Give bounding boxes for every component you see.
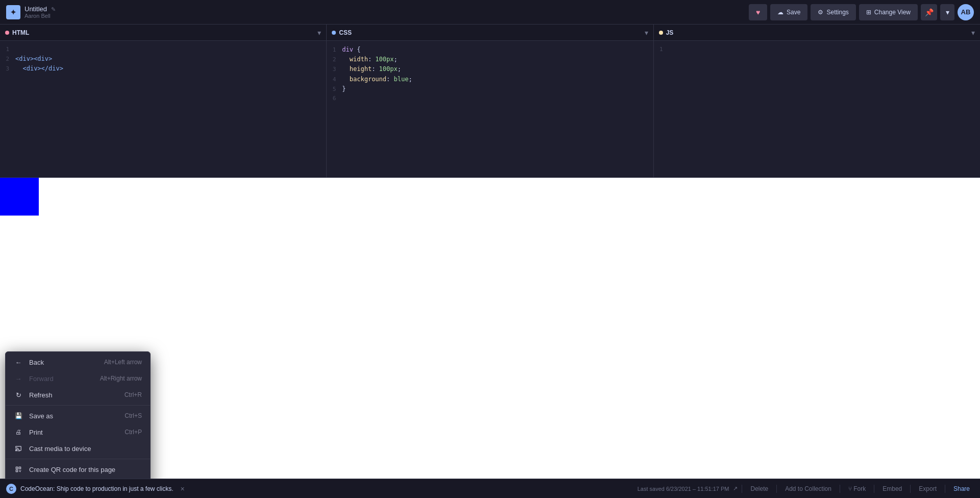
html-code-area[interactable]: 1 2 <div><div> 3 <div></div>: [0, 41, 326, 177]
separator-v: [776, 485, 777, 493]
project-title-text: Untitled: [24, 5, 47, 13]
embed-button[interactable]: Embed: [878, 483, 906, 494]
separator-v: [945, 485, 945, 493]
refresh-icon: ↻: [14, 390, 23, 399]
chevron-button[interactable]: ▾: [940, 4, 954, 20]
save-label: Save: [787, 9, 800, 16]
code-line: 2 width: 100px;: [327, 55, 651, 64]
editor-area: HTML ▾ 1 2 <div><div> 3 <div></div>: [0, 25, 980, 178]
css-pane-title: CSS: [332, 29, 352, 36]
svg-rect-0: [15, 449, 17, 451]
bottom-bar: C CodeOcean: Ship code to production in …: [0, 479, 980, 498]
separator-2: [6, 459, 150, 459]
fork-icon: ⑂: [848, 485, 852, 492]
html-pane-title: HTML: [5, 29, 29, 36]
js-pane: JS ▾ 1: [654, 25, 980, 177]
notif-close-button[interactable]: ×: [178, 484, 188, 494]
change-view-button[interactable]: ⊞ Change View: [859, 4, 918, 20]
user-name: Aaron Bell: [24, 13, 56, 19]
code-line: 1: [0, 45, 324, 54]
menu-label-cast: Cast media to device: [29, 445, 142, 453]
code-line: 1 div {: [327, 45, 651, 55]
menu-item-cast[interactable]: Cast media to device: [6, 440, 150, 457]
pin-button[interactable]: 📌: [921, 4, 937, 20]
separator-v: [874, 485, 874, 493]
code-line: 5 }: [327, 84, 651, 94]
topbar-right: ♥ ☁ Save ⚙ Settings ⊞ Change View 📌 ▾ AB: [749, 4, 974, 20]
external-link-icon: ↗: [733, 485, 738, 492]
js-label: JS: [666, 29, 674, 36]
project-title: Untitled ✎: [24, 5, 56, 13]
share-button[interactable]: Share: [949, 483, 974, 494]
css-code-area[interactable]: 1 div { 2 width: 100px; 3 height: 100px;…: [327, 41, 653, 177]
shortcut-print: Ctrl+P: [125, 429, 142, 436]
code-line: 2 <div><div>: [0, 54, 324, 64]
css-collapse-button[interactable]: ▾: [645, 29, 648, 37]
topbar-left: ✦ Untitled ✎ Aaron Bell: [6, 5, 56, 19]
gear-icon: ⚙: [818, 9, 823, 16]
css-dot: [332, 31, 336, 35]
change-view-label: Change View: [874, 9, 911, 16]
html-dot: [5, 31, 9, 35]
js-collapse-button[interactable]: ▾: [971, 29, 975, 37]
preview-area: ← Back Alt+Left arrow → Forward Alt+Righ…: [0, 178, 980, 479]
separator-v: [910, 485, 911, 493]
css-pane-header: CSS ▾: [327, 25, 653, 41]
shortcut-refresh: Ctrl+R: [125, 391, 142, 398]
code-line: 3 <div></div>: [0, 64, 324, 74]
print-icon: 🖨: [14, 428, 23, 437]
code-line: 6: [327, 94, 651, 103]
shortcut-forward: Alt+Right arrow: [100, 375, 142, 382]
menu-item-back[interactable]: ← Back Alt+Left arrow: [6, 354, 150, 370]
fork-button[interactable]: ⑂ Fork: [844, 483, 870, 494]
edit-icon[interactable]: ✎: [51, 6, 56, 12]
save-button[interactable]: ☁ Save: [770, 4, 807, 20]
menu-label-qrcode: Create QR code for this page: [29, 466, 142, 473]
menu-label-print: Print: [29, 429, 114, 436]
html-pane-header: HTML ▾: [0, 25, 326, 41]
cast-icon: [14, 444, 23, 453]
qrcode-icon: [14, 465, 23, 474]
css-label: CSS: [339, 29, 352, 36]
menu-item-forward[interactable]: → Forward Alt+Right arrow: [6, 370, 150, 387]
saved-timestamp: Last saved 6/23/2021 – 11:51:17 PM: [638, 486, 729, 492]
menu-item-saveas[interactable]: 💾 Save as Ctrl+S: [6, 408, 150, 424]
code-line: 4 background: blue;: [327, 75, 651, 84]
topbar: ✦ Untitled ✎ Aaron Bell ♥ ☁ Save ⚙ Setti…: [0, 0, 980, 25]
code-line: 1: [654, 45, 978, 54]
menu-label-back: Back: [29, 359, 94, 366]
bottom-notification: C CodeOcean: Ship code to production in …: [6, 484, 638, 494]
js-pane-header: JS ▾: [654, 25, 980, 41]
bottom-right: Last saved 6/23/2021 – 11:51:17 PM ↗ Del…: [638, 483, 974, 494]
menu-label-saveas: Save as: [29, 412, 114, 420]
shortcut-back: Alt+Left arrow: [104, 359, 142, 366]
delete-button[interactable]: Delete: [746, 483, 772, 494]
add-to-collection-button[interactable]: Add to Collection: [781, 483, 836, 494]
settings-label: Settings: [826, 9, 848, 16]
css-pane: CSS ▾ 1 div { 2 width: 100px; 3 height: …: [327, 25, 653, 177]
app-icon: ✦: [6, 5, 20, 19]
html-pane: HTML ▾ 1 2 <div><div> 3 <div></div>: [0, 25, 327, 177]
separator-1: [6, 405, 150, 406]
heart-button[interactable]: ♥: [749, 4, 767, 20]
settings-button[interactable]: ⚙ Settings: [811, 4, 855, 20]
menu-item-print[interactable]: 🖨 Print Ctrl+P: [6, 424, 150, 440]
context-menu: ← Back Alt+Left arrow → Forward Alt+Righ…: [5, 351, 151, 479]
html-label: HTML: [12, 29, 29, 36]
saveas-icon: 💾: [14, 411, 23, 420]
menu-item-qrcode[interactable]: Create QR code for this page: [6, 461, 150, 478]
back-icon: ←: [14, 358, 23, 367]
export-button[interactable]: Export: [915, 483, 941, 494]
change-view-icon: ⊞: [866, 9, 871, 16]
notif-text: CodeOcean: Ship code to production in ju…: [20, 485, 174, 492]
menu-item-refresh[interactable]: ↻ Refresh Ctrl+R: [6, 387, 150, 403]
avatar-button[interactable]: AB: [958, 4, 974, 20]
separator-v: [840, 485, 840, 493]
save-cloud-icon: ☁: [777, 9, 783, 16]
preview-blue-square: [0, 178, 39, 216]
html-collapse-button[interactable]: ▾: [317, 29, 321, 37]
js-code-area[interactable]: 1: [654, 41, 980, 177]
forward-icon: →: [14, 374, 23, 383]
separator-v: [742, 485, 742, 493]
code-line: 3 height: 100px;: [327, 64, 651, 74]
